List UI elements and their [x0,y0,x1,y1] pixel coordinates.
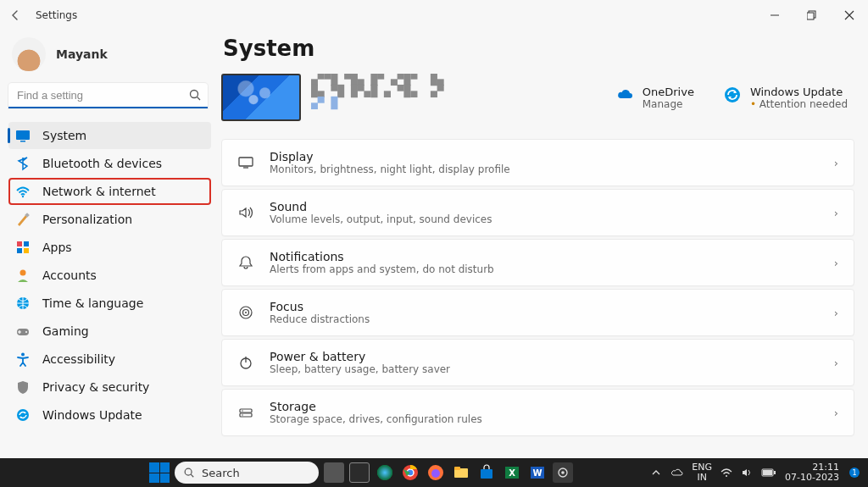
gamepad-icon [15,324,31,339]
card-sub: Reduce distractions [270,313,819,325]
card-title: Focus [270,300,819,313]
chevron-right-icon: › [834,207,838,219]
onedrive-tile[interactable]: OneDrive Manage [615,86,694,110]
clock[interactable]: 21:11 07-10-2023 [785,462,839,483]
sidebar-item-system[interactable]: System [8,122,211,149]
sidebar-item-time-language[interactable]: Time & language [8,290,211,317]
svg-point-47 [561,471,565,474]
brush-icon [15,212,31,227]
person-icon [15,268,31,283]
card-sub: Storage space, drives, configuration rul… [270,413,819,425]
search-icon [188,88,202,102]
language-indicator[interactable]: ENG IN [692,462,712,483]
volume-tray-icon[interactable] [741,467,753,479]
excel-icon[interactable]: X [502,462,522,483]
store-icon[interactable] [476,462,497,483]
settings-taskbar-icon[interactable] [553,462,573,483]
card-title: Notifications [270,250,819,263]
minimize-button[interactable] [756,2,793,29]
sidebar-item-apps[interactable]: Apps [8,234,211,261]
svg-point-19 [725,87,740,102]
card-title: Storage [270,400,819,413]
sidebar-item-personalization[interactable]: Personalization [8,206,211,233]
chevron-right-icon: › [834,307,838,319]
firefox-icon[interactable] [426,462,446,483]
accessibility-icon [15,351,31,367]
device-info: ▄▀▀█ ▀█▄ █▀ ▄▀█▀ █▄ █▄ ▀█ █▀▄█ ▄ ▀█▄ ▄▀ … [311,74,481,121]
search-input[interactable] [8,83,208,108]
explorer-icon[interactable] [451,462,471,483]
update-title: Windows Update [750,86,848,98]
bell-icon [237,254,254,271]
svg-point-34 [377,465,392,480]
card-power[interactable]: Power & batterySleep, battery usage, bat… [221,339,854,386]
svg-point-7 [22,196,24,197]
card-sub: Monitors, brightness, night light, displ… [270,163,819,175]
back-button[interactable] [7,7,24,24]
chevron-right-icon: › [834,357,838,369]
task-view-icon[interactable] [324,462,344,483]
svg-rect-12 [24,248,29,253]
sidebar-item-label: Accounts [42,268,97,282]
update-icon [15,407,31,423]
close-button[interactable] [831,2,868,29]
lang-line2: IN [692,473,712,483]
card-sound[interactable]: SoundVolume levels, output, input, sound… [221,189,854,236]
svg-point-3 [191,91,198,98]
card-focus[interactable]: FocusReduce distractions › [221,289,854,336]
user-name: Mayank [56,47,108,61]
battery-tray-icon[interactable] [761,468,776,478]
maximize-button[interactable] [793,2,831,29]
svg-point-31 [185,468,192,475]
svg-rect-5 [16,130,30,140]
svg-point-13 [20,270,26,276]
windows-update-tile[interactable]: Windows Update Attention needed [723,86,848,110]
chrome-icon[interactable] [400,462,420,483]
onedrive-sub: Manage [643,98,694,110]
card-notifications[interactable]: NotificationsAlerts from apps and system… [221,239,854,286]
taskbar-search[interactable]: Search [175,462,319,484]
svg-rect-6 [20,141,25,142]
copilot-icon[interactable] [349,462,370,483]
card-storage[interactable]: StorageStorage space, drives, configurat… [221,389,854,436]
svg-rect-40 [454,467,460,470]
svg-rect-41 [481,469,492,479]
start-button[interactable] [149,462,170,483]
word-icon[interactable]: W [527,462,548,483]
storage-icon [237,404,254,421]
sidebar-item-network[interactable]: Network & internet [8,178,211,205]
search-box[interactable] [8,83,208,108]
taskbar-search-label: Search [202,467,240,479]
power-icon [237,354,254,371]
svg-point-29 [242,410,242,411]
apps-icon [15,240,31,255]
card-display[interactable]: DisplayMonitors, brightness, night light… [221,139,854,186]
svg-line-32 [191,474,193,477]
svg-point-17 [21,353,25,357]
sidebar-item-accounts[interactable]: Accounts [8,262,211,289]
sidebar-item-label: Personalization [42,213,132,226]
desktop-thumbnail[interactable] [221,74,301,121]
wifi-tray-icon[interactable] [721,467,732,479]
sidebar-item-label: Network & internet [42,185,156,198]
sidebar-item-label: Privacy & security [42,380,149,394]
taskbar[interactable]: Search X W ENG IN 21:11 07-10-2023 1 [0,458,868,487]
edge-icon[interactable] [375,462,395,483]
card-title: Display [270,150,819,163]
chevron-right-icon: › [834,257,838,269]
sidebar-item-label: Windows Update [42,408,142,422]
svg-rect-10 [24,241,29,246]
svg-rect-27 [240,409,252,412]
notifications-tray-icon[interactable]: 1 [848,466,861,479]
system-icon [15,128,31,143]
sidebar-item-bluetooth[interactable]: Bluetooth & devices [8,150,211,177]
tray-chevron-icon[interactable] [651,468,661,478]
user-profile[interactable]: Mayank [8,36,211,81]
sidebar-item-privacy[interactable]: Privacy & security [8,374,211,401]
sidebar-item-windows-update[interactable]: Windows Update [8,401,211,429]
sidebar-item-accessibility[interactable]: Accessibility [8,346,211,373]
sidebar-item-gaming[interactable]: Gaming [8,318,211,345]
update-icon [723,86,742,104]
onedrive-tray-icon[interactable] [670,466,683,479]
svg-text:W: W [532,468,542,478]
